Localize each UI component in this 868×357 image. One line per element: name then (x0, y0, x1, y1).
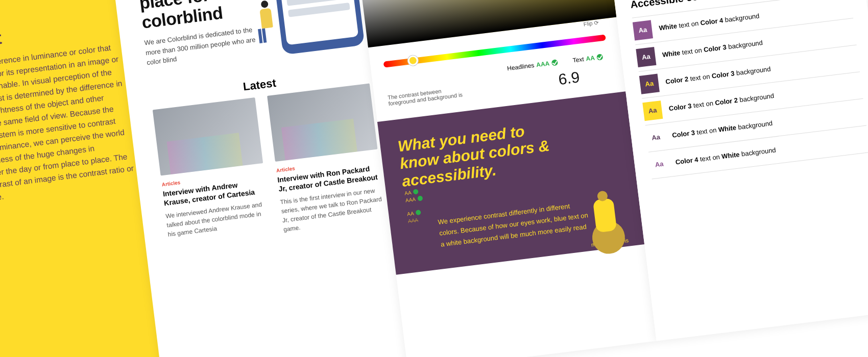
combo-desc: Color 3 text on White background (672, 119, 773, 139)
combo-desc: Color 2 text on Color 3 background (665, 65, 771, 86)
hero-subhead: We are Colorblind is dedicated to the mo… (144, 24, 264, 68)
combo-chip: Aa (636, 47, 656, 67)
sitting-person-illustration (575, 179, 640, 257)
combo-chip: Aa (639, 73, 660, 94)
contrast-body-text: Contrast is the difference in luminance … (0, 40, 138, 209)
article-image (267, 83, 377, 162)
combo-chip: Aa (649, 154, 669, 174)
article-excerpt: This is the first interview in our new s… (280, 185, 387, 234)
article-image (153, 97, 263, 176)
article-card[interactable]: ArticlesInterview with Ron Packard Jr, c… (267, 83, 387, 234)
purple-headline: What you need to know about colors & acc… (397, 118, 565, 190)
contrast-score-big: 6.9 (558, 68, 581, 88)
combo-desc: White text on Color 3 background (662, 39, 763, 59)
person-illustration (254, 0, 279, 42)
pass-indicators: AA AAA AA AAA (404, 188, 426, 225)
purple-body: We experience contrast differently in di… (438, 198, 594, 250)
rating-text: Text AA (572, 53, 604, 64)
combo-chip: Aa (633, 20, 653, 40)
combo-chip: Aa (646, 128, 666, 148)
combo-desc: White text on Color 4 background (659, 12, 760, 32)
combo-desc: Color 3 text on Color 2 background (668, 92, 775, 112)
combo-chip: Aa (642, 100, 663, 121)
combo-desc: Color 4 text on White background (675, 146, 776, 166)
article-card[interactable]: ArticlesInterview with Andrew Krause, cr… (153, 97, 272, 248)
phone-illustration (269, 0, 365, 55)
